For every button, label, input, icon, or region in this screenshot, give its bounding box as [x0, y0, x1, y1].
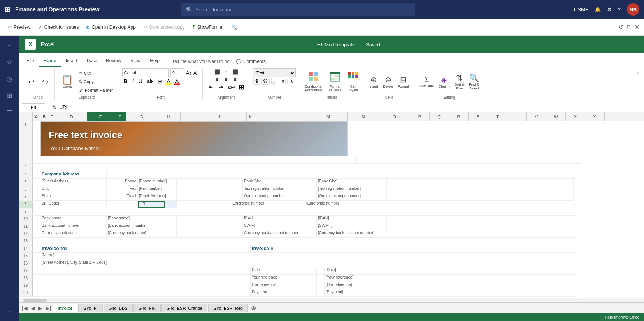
cell-rest-r19[interactable]	[383, 282, 577, 289]
cell-l18[interactable]: [Your reference]	[325, 275, 383, 282]
undo-button[interactable]: ↩	[25, 76, 37, 87]
align-top-left-button[interactable]: ⬛	[213, 68, 221, 75]
col-header-k[interactable]: K	[247, 112, 254, 121]
cell-a7[interactable]	[33, 193, 40, 201]
horizontal-scrollbar[interactable]	[19, 298, 644, 302]
cell-a2[interactable]	[33, 156, 40, 164]
cell-fg7[interactable]	[177, 193, 243, 201]
strikethrough-button[interactable]: ab̶	[146, 78, 154, 84]
cell-c14[interactable]	[118, 245, 239, 253]
cell-l8[interactable]: [Enterprise number]	[305, 201, 375, 208]
col-header-f[interactable]: F	[114, 112, 126, 121]
check-issues-button[interactable]: ✓ Check for issues	[35, 23, 82, 32]
cell-a15[interactable]	[33, 253, 40, 260]
cell-j18[interactable]: Your reference	[251, 275, 317, 282]
cell-c6[interactable]	[91, 186, 107, 193]
col-header-l[interactable]: L	[254, 112, 309, 121]
cell-b7[interactable]: State	[40, 193, 91, 201]
cell-d12[interactable]: [Currency bank name]	[107, 230, 177, 238]
cell-j6[interactable]: Tax registration number	[243, 186, 309, 193]
col-header-j[interactable]: J	[192, 112, 247, 121]
delete-cells-button[interactable]: ⊖ Delete	[381, 74, 395, 89]
cell-c4[interactable]	[107, 171, 340, 179]
cell-r3[interactable]	[33, 164, 577, 171]
cell-rest-r2[interactable]	[356, 156, 581, 164]
cell-e6[interactable]: [Fax number]	[138, 186, 177, 193]
sidebar-home-icon[interactable]: ⌂	[2, 39, 17, 52]
cell-ref-box[interactable]	[22, 103, 45, 111]
cell-j7[interactable]: Our tax exempt number	[243, 193, 309, 201]
fill-color-button[interactable]: A	[165, 78, 172, 85]
cell-j14[interactable]: Invoice #	[251, 245, 328, 253]
tab-view[interactable]: View	[126, 56, 145, 67]
cell-d10[interactable]: [Bank name]	[107, 216, 177, 223]
cell-j19[interactable]: Our reference	[251, 282, 317, 289]
cell-b14[interactable]: Invoice for	[40, 245, 118, 253]
col-header-i[interactable]: I	[181, 112, 192, 121]
cell-gh12[interactable]	[177, 230, 243, 238]
cell-b12[interactable]: Currency bank name	[40, 230, 91, 238]
cell-rest-r6[interactable]	[387, 186, 574, 193]
cell-l12[interactable]: [Currency bank account number]	[317, 230, 402, 238]
sheet-tab-giro-fi[interactable]: Giro_FI	[78, 304, 103, 312]
clear-button[interactable]: ◈ Clear ~	[437, 74, 451, 89]
popout-icon[interactable]: ⧉	[627, 24, 631, 31]
align-center-button[interactable]: ≡	[222, 76, 230, 83]
col-header-v[interactable]: V	[527, 112, 546, 121]
cell-b17[interactable]	[40, 267, 251, 275]
search-bar[interactable]: 🔍 Search for a page	[181, 3, 415, 16]
font-color-button[interactable]: A	[174, 78, 180, 85]
cell-j8[interactable]: Enterprise number	[231, 201, 297, 208]
cell-fg6[interactable]	[177, 186, 243, 193]
cell-l5[interactable]: [Bank Giro]	[317, 179, 387, 186]
cell-b2[interactable]	[40, 156, 356, 164]
ribbon-collapse-button[interactable]: ∧	[634, 68, 641, 77]
cell-r9[interactable]	[33, 208, 577, 216]
preview-button[interactable]: ▭ Preview	[5, 23, 33, 32]
cell-rest-r7[interactable]	[387, 193, 574, 201]
cell-k18[interactable]	[317, 275, 325, 282]
format-cells-button[interactable]: ⊟ Format	[397, 74, 411, 89]
sidebar-clock-icon[interactable]: ◷	[2, 72, 17, 86]
cell-k6[interactable]	[309, 186, 317, 193]
insert-cells-button[interactable]: ⊕ Insert	[367, 74, 380, 89]
cell-k7[interactable]	[309, 193, 317, 201]
cell-styles-button[interactable]: CellStyles	[346, 70, 360, 93]
cell-rest-r14[interactable]	[328, 245, 577, 253]
sidebar-grid-icon[interactable]: ⊞	[2, 89, 17, 102]
cell-j20[interactable]: Payment	[251, 289, 317, 297]
col-header-g[interactable]: G	[126, 112, 157, 121]
avatar[interactable]: NS	[627, 3, 639, 16]
sort-filter-button[interactable]: ⇅ Sort &Filter	[453, 72, 466, 91]
align-right-button[interactable]: ≡	[231, 76, 239, 83]
cell-k8[interactable]	[297, 201, 305, 208]
cell-c11[interactable]	[91, 223, 107, 230]
cell-b11[interactable]: Bank account number	[40, 223, 91, 230]
cut-button[interactable]: ✂Cut	[77, 69, 115, 77]
cell-e7[interactable]: [Email Address]	[138, 193, 177, 201]
tab-file[interactable]: File	[22, 56, 39, 67]
font-size-input[interactable]	[170, 68, 184, 77]
cell-l6[interactable]: [Tax registration number]	[317, 186, 387, 193]
align-left-button[interactable]: ≡	[213, 76, 221, 83]
cell-rest-r11[interactable]	[387, 223, 577, 230]
cell-e5[interactable]: [Phone number]	[138, 179, 177, 186]
sync-button[interactable]: ↺ Sync stored copy	[140, 23, 188, 32]
italic-button[interactable]: I	[131, 78, 135, 85]
cell-a19[interactable]	[33, 282, 40, 289]
cell-gh11[interactable]	[177, 223, 243, 230]
cell-k20[interactable]	[317, 289, 325, 297]
cell-b6[interactable]: City,	[40, 186, 91, 193]
align-top-center-button[interactable]: ≡	[222, 68, 230, 75]
cell-b16[interactable]: [Street Address, City, State ZIP Code]	[40, 260, 258, 267]
paste-button[interactable]: 📋 Paste	[59, 74, 76, 90]
find-select-button[interactable]: 🔍 Find &Select	[467, 72, 481, 91]
cell-c10[interactable]	[91, 216, 107, 223]
show-format-button[interactable]: ¶ ShowFormat	[190, 23, 227, 32]
cell-rest-r20[interactable]	[383, 289, 577, 297]
cell-rest-r5[interactable]	[387, 179, 574, 186]
cell-c5[interactable]	[91, 179, 107, 186]
cell-f8[interactable]	[165, 201, 177, 208]
cell-j10[interactable]: IBAN	[243, 216, 309, 223]
col-header-n[interactable]: N	[348, 112, 379, 121]
